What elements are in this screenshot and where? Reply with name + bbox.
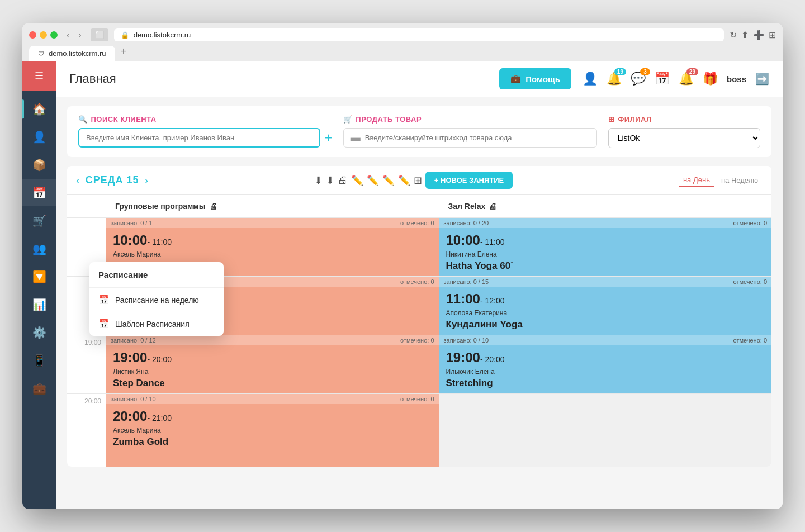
sidebar-item-filters[interactable]: 🔽 <box>22 263 56 290</box>
cart-icon: 🛒 <box>32 214 46 227</box>
barcode-input[interactable] <box>365 134 590 142</box>
new-tab-action[interactable]: ➕ <box>753 30 764 40</box>
clients-icon: 👤 <box>32 130 46 144</box>
sidebar-item-home[interactable]: 🏠 <box>22 96 56 122</box>
edit1-btn[interactable]: ✏️ <box>351 174 363 187</box>
notifications-btn[interactable]: 🔔 19 <box>607 72 622 86</box>
room-0-print-icon[interactable]: 🖨 <box>209 202 217 211</box>
back-button[interactable]: ‹ <box>63 29 73 41</box>
filter-icon: 🔽 <box>32 270 46 283</box>
recorded-label-3-0: записано: 0 / 10 <box>111 396 156 402</box>
mobile-icon: 📱 <box>32 354 46 367</box>
sidebar-item-mobile[interactable]: 📱 <box>22 347 56 374</box>
class-info-3-0: 20:00- 21:00 Аксель Марина Zumba Gold <box>106 404 439 452</box>
class-name-2-1: Stretching <box>446 378 765 389</box>
gift-icon: 🎁 <box>703 72 718 86</box>
new-class-button[interactable]: + НОВОЕ ЗАНЯТИЕ <box>425 172 513 189</box>
schedule-row-3: 20:00 записано: 0 / 10 отмечено: 0 20:00… <box>67 394 771 467</box>
class-cell-2-1[interactable]: записано: 0 / 10 отмечено: 0 19:00- 20:0… <box>439 335 772 393</box>
download-btn[interactable]: ⬇ <box>314 174 323 187</box>
template-schedule-icon: 📅 <box>98 319 110 329</box>
class-name-0-1: Hatha Yoga 60` <box>446 260 765 272</box>
messages-btn[interactable]: 💬 3 <box>631 72 646 86</box>
marked-label-2-1: отмечено: 0 <box>733 337 768 344</box>
new-tab-button[interactable]: + <box>116 46 131 61</box>
class-cell-1-1[interactable]: записано: 0 / 15 отмечено: 0 11:00- 12:0… <box>439 277 772 335</box>
gift-btn[interactable]: 🎁 <box>703 72 718 86</box>
sidebar-item-tools[interactable]: 💼 <box>22 375 56 402</box>
tab-view-button[interactable]: ⬜ <box>91 28 108 41</box>
barcode-wrap: ▬ <box>343 128 597 148</box>
class-time-1-1: 11:00- 12:00 <box>446 291 765 307</box>
main-content: Главная 💼 Помощь 👤 🔔 19 💬 3 <box>56 61 783 509</box>
settings-icon: ⚙️ <box>32 326 46 339</box>
address-bar[interactable]: 🔒 demo.listokcrm.ru <box>114 28 724 41</box>
alerts-btn[interactable]: 🔔 29 <box>679 72 694 86</box>
dropdown-item-weekly[interactable]: 📅 Расписание на неделю <box>89 288 224 312</box>
edit4-btn[interactable]: ✏️ <box>398 174 410 187</box>
class-time-2-0: 19:00- 20:00 <box>113 350 432 365</box>
sidebar-item-settings[interactable]: ⚙️ <box>22 319 56 346</box>
dropdown-item-template[interactable]: 📅 Шаблон Расписания <box>89 312 224 336</box>
room-1-print-icon[interactable]: 🖨 <box>489 202 496 211</box>
class-info-1-1: 11:00- 12:00 Аполова Екатерина Кундалини… <box>439 287 772 335</box>
recorded-label-2-0: записано: 0 / 12 <box>111 337 156 344</box>
class-name-3-0: Zumba Gold <box>113 436 432 448</box>
add-client-button[interactable]: + <box>325 131 332 145</box>
marked-label-3-0: отмечено: 0 <box>400 396 434 402</box>
reload-button[interactable]: ↻ <box>730 30 737 40</box>
marked-label-1-1: отмечено: 0 <box>733 278 768 285</box>
prev-day-button[interactable]: ‹ <box>76 174 80 187</box>
class-time-0-0: 10:00- 11:00 <box>113 232 432 248</box>
edit3-btn[interactable]: ✏️ <box>382 174 395 187</box>
help-button[interactable]: 💼 Помощь <box>499 68 571 89</box>
cell-meta-3-0: записано: 0 / 10 отмечено: 0 <box>106 394 439 404</box>
share-button[interactable]: ⬆ <box>741 30 749 40</box>
sidebar-item-sales[interactable]: 🛒 <box>22 207 56 234</box>
class-cell-0-1[interactable]: записано: 0 / 20 отмечено: 0 10:00- 11:0… <box>439 218 772 276</box>
class-trainer-1-1: Аполова Екатерина <box>446 309 765 317</box>
branch-select[interactable]: ListOk <box>608 128 760 148</box>
next-day-button[interactable]: › <box>145 174 149 187</box>
edit2-btn[interactable]: ✏️ <box>367 174 379 187</box>
class-trainer-2-0: Листик Яна <box>113 368 432 376</box>
view-day-button[interactable]: на День <box>679 173 714 187</box>
clients-header-icon: 👤 <box>583 72 598 86</box>
browser-menu[interactable]: ⊞ <box>769 30 776 40</box>
browser-window: ‹ › ⬜ 🔒 demo.listokcrm.ru ↻ ⬆ ➕ ⊞ 🛡 demo… <box>22 23 783 509</box>
notifications-badge: 19 <box>614 68 626 75</box>
download2-btn[interactable]: ⬇ <box>326 174 334 187</box>
logout-button[interactable]: ➡️ <box>755 72 769 86</box>
sidebar-item-clients[interactable]: 👤 <box>22 124 56 150</box>
minimize-traffic-light[interactable] <box>40 31 47 39</box>
page-header: Главная 💼 Помощь 👤 🔔 19 💬 3 <box>56 61 783 97</box>
sidebar-item-schedule[interactable]: 📅 <box>22 179 56 206</box>
recorded-label-0-1: записано: 0 / 20 <box>444 220 489 226</box>
sidebar-item-employees[interactable]: 👥 <box>22 235 56 262</box>
active-tab[interactable]: 🛡 demo.listokcrm.ru <box>29 46 115 61</box>
schedule-actions: ⬇ ⬇ 🖨 ✏️ ✏️ ✏️ ✏️ ⊞ + НОВОЕ ЗАНЯТИЕ <box>314 172 513 189</box>
print-btn[interactable]: 🖨 <box>338 174 348 186</box>
calendar-header-btn[interactable]: 📅 <box>655 72 670 86</box>
messages-badge: 3 <box>640 68 650 75</box>
help-button-label: Помощь <box>525 74 560 84</box>
view-week-button[interactable]: на Неделю <box>717 174 763 187</box>
maximize-traffic-light[interactable] <box>50 31 58 39</box>
logout-icon: ➡️ <box>755 73 769 85</box>
sidebar-item-products[interactable]: 📦 <box>22 151 56 178</box>
client-search-input[interactable] <box>78 128 320 148</box>
branch-section-label: ФИЛИАЛ <box>618 115 652 124</box>
time-label-2: 19:00 <box>67 335 106 393</box>
cell-meta-2-0: записано: 0 / 12 отмечено: 0 <box>106 335 439 345</box>
class-cell-2-0[interactable]: записано: 0 / 12 отмечено: 0 19:00- 20:0… <box>106 335 439 393</box>
close-traffic-light[interactable] <box>29 31 36 39</box>
forward-button[interactable]: › <box>75 29 84 41</box>
page-body: 🔍 ПОИСК КЛИЕНТА + 🛒 ПРОДАТЬ ТОВАР <box>56 97 783 509</box>
traffic-lights <box>29 31 58 39</box>
sidebar-item-reports[interactable]: 📊 <box>22 291 56 318</box>
sidebar-menu-button[interactable]: ☰ <box>22 61 56 91</box>
grid-btn[interactable]: ⊞ <box>414 174 422 187</box>
class-cell-3-0[interactable]: записано: 0 / 10 отмечено: 0 20:00- 21:0… <box>106 394 439 467</box>
clients-header-btn[interactable]: 👤 <box>583 72 598 86</box>
lock-icon: 🔒 <box>121 31 129 39</box>
